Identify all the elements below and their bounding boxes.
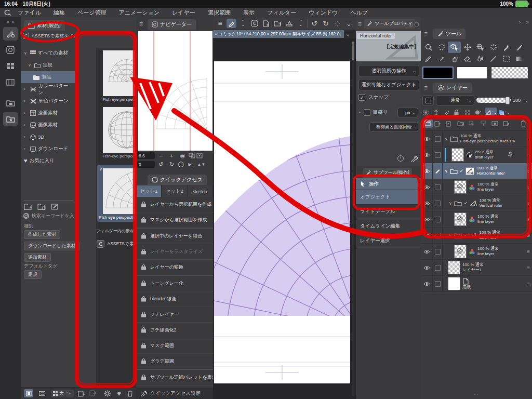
navigator-preview[interactable] bbox=[138, 31, 212, 151]
zoom-value-field[interactable]: 8.6 bbox=[137, 152, 155, 159]
transparent-color-swatch[interactable] bbox=[491, 66, 528, 79]
tree-item-manga-material[interactable]: › 漫画素材 bbox=[21, 107, 72, 119]
operation-tool-icon[interactable] bbox=[448, 42, 461, 53]
visibility-eye-icon[interactable] bbox=[421, 147, 433, 163]
type-filter-button[interactable]: 追加素材 bbox=[24, 253, 51, 262]
tree-item-all-materials[interactable]: ∨ すべての素材 bbox=[21, 47, 72, 59]
layer-thumbnail[interactable] bbox=[451, 148, 464, 162]
new-folder-icon[interactable] bbox=[24, 203, 32, 210]
menu-item[interactable]: ヘルプ bbox=[344, 9, 374, 17]
reference-layer-icon[interactable] bbox=[433, 109, 443, 116]
row-handle-icon[interactable]: ≡ bbox=[527, 217, 530, 222]
actual-size-icon[interactable] bbox=[189, 153, 195, 158]
sub-tool-item[interactable]: レイヤー選択 bbox=[356, 234, 421, 248]
tree-item-image-material[interactable]: › 画像素材 bbox=[21, 119, 72, 131]
canvas-page[interactable] bbox=[214, 61, 350, 383]
auto-select-wand-icon[interactable] bbox=[487, 42, 500, 53]
menu-item[interactable]: 選択範囲 bbox=[202, 9, 237, 17]
page-nav-icon[interactable]: ⌃⌄ bbox=[238, 19, 248, 28]
tree-item-color-pattern[interactable]: › カラーパターン bbox=[21, 83, 72, 95]
transparent-area-dropdown[interactable]: 透明箇所の操作⌄ bbox=[358, 65, 419, 76]
pencil-tool-icon[interactable] bbox=[422, 53, 435, 64]
menu-item[interactable]: フィルター bbox=[261, 9, 302, 17]
delete-layer-trash-icon[interactable] bbox=[521, 120, 530, 127]
pin-icon[interactable] bbox=[508, 152, 513, 158]
opacity-stepper-icon[interactable]: ⌃⌄ bbox=[523, 99, 528, 102]
layer-row-horizontal-ruler[interactable]: ∨ ✓ 100 % 通常Horizontal ruler ≡ bbox=[421, 163, 532, 179]
main-color-swatch[interactable] bbox=[422, 66, 454, 79]
quick-access-item[interactable]: フチレイヤー bbox=[136, 307, 213, 323]
rotate-canvas-tool-icon[interactable] bbox=[435, 42, 448, 53]
search-input[interactable]: 検索キーワードを入… bbox=[32, 212, 75, 219]
expand-setting-icon[interactable]: + bbox=[358, 110, 361, 115]
materials-tab[interactable]: 素材[製品] bbox=[24, 20, 65, 31]
quick-access-item[interactable]: グラデ範囲 bbox=[136, 354, 213, 370]
layer-checkbox[interactable] bbox=[433, 211, 443, 227]
scrollbar-thumb[interactable] bbox=[352, 42, 354, 60]
collapse-all-icon[interactable]: » bbox=[526, 19, 529, 25]
favorite-heart-icon[interactable]: ♥ bbox=[117, 390, 121, 397]
dock-timeline-icon[interactable] bbox=[3, 75, 18, 89]
new-folder-layer-icon[interactable] bbox=[457, 121, 467, 126]
dock-material-grid-icon[interactable] bbox=[3, 59, 18, 73]
sub-color-swatch[interactable] bbox=[457, 66, 488, 79]
selectable-object-dropdown[interactable]: 選択可能なオブジェクト⌄ bbox=[358, 79, 419, 90]
assets-search-link-top[interactable]: ASSETSで素材をさがす bbox=[23, 32, 75, 39]
collapse-bar-icon[interactable]: ⌄ bbox=[344, 19, 354, 28]
expand-dock-icon[interactable]: « bbox=[11, 19, 14, 24]
collapse-panel-icon[interactable]: › bbox=[519, 19, 521, 25]
type-filter-button[interactable]: 作成した素材 bbox=[24, 230, 60, 239]
new-raster-layer-icon[interactable] bbox=[434, 121, 444, 127]
gear-icon[interactable] bbox=[104, 390, 111, 397]
undo-icon[interactable]: ↺ bbox=[309, 19, 319, 28]
reset-rotation-icon[interactable] bbox=[178, 161, 184, 168]
layer-thumbnail[interactable] bbox=[454, 180, 467, 194]
transform-setting[interactable]: 制御点と拡縮回転⌃⌄ bbox=[358, 122, 418, 132]
layer-view-toggle-icon[interactable] bbox=[422, 119, 433, 128]
snap-setting[interactable]: ✓ スナップ bbox=[358, 94, 418, 101]
fit-to-screen-icon[interactable]: ◉ bbox=[178, 152, 188, 159]
quick-access-item[interactable]: フチ線画化2 bbox=[136, 323, 213, 338]
layer-row-fisheye-folder[interactable]: ∨ 100 % 通常Fish-eye perspective ruler 1/4… bbox=[421, 131, 532, 147]
layer-mask-icon[interactable] bbox=[491, 121, 501, 127]
visibility-eye-icon[interactable] bbox=[421, 211, 433, 227]
quick-access-item[interactable]: レイヤーから選択範囲を作成 bbox=[136, 197, 213, 212]
scale-checkbox[interactable] bbox=[364, 109, 370, 116]
sub-tool-tab[interactable]: サブツール[操作] bbox=[363, 168, 412, 178]
quick-access-item[interactable]: blender 線画 bbox=[136, 291, 213, 307]
panel-menu-icon[interactable]: ≡ bbox=[424, 85, 428, 91]
folder-expand-icon[interactable]: ∨ bbox=[445, 137, 448, 141]
visibility-eye-icon[interactable] bbox=[421, 228, 433, 243]
edit-material-icon[interactable] bbox=[51, 203, 59, 210]
tree-expand-icon[interactable]: ∨ bbox=[24, 51, 28, 56]
quick-access-item[interactable]: トーングレー化 bbox=[136, 276, 213, 291]
tree-item-3d[interactable]: › 3D bbox=[21, 131, 72, 143]
merge-down-icon[interactable] bbox=[480, 121, 490, 127]
reset-tool-icon[interactable] bbox=[397, 155, 404, 162]
menu-item[interactable]: 編集 bbox=[47, 9, 71, 17]
panel-resize-handle[interactable]: ⋯ bbox=[474, 392, 480, 397]
layer-thumbnail[interactable] bbox=[454, 245, 467, 258]
rotate-right-icon[interactable]: ↻ bbox=[167, 161, 177, 168]
layer-row-draft[interactable]: 25 % 通常draft layer ≡ bbox=[421, 147, 532, 163]
list-view-toggle[interactable] bbox=[37, 389, 47, 397]
zoom-out-icon[interactable]: − bbox=[156, 153, 166, 159]
layer-checkbox[interactable] bbox=[433, 131, 443, 147]
figure-tool-icon[interactable] bbox=[487, 53, 500, 64]
material-search[interactable]: 検索キーワードを入… bbox=[23, 212, 75, 219]
row-handle-icon[interactable]: ≡ bbox=[527, 281, 530, 287]
brush-tool-icon[interactable] bbox=[435, 53, 448, 64]
sub-tool-group-operation[interactable]: 操作 bbox=[356, 178, 421, 190]
layer-row-paper[interactable]: 用紙 ≡ bbox=[421, 276, 532, 292]
paste-material-icon[interactable] bbox=[78, 390, 85, 397]
visibility-eye-icon[interactable] bbox=[421, 163, 433, 179]
set-tab[interactable]: セット1 bbox=[136, 185, 162, 197]
pen-tool-icon[interactable] bbox=[513, 42, 526, 53]
tree-collapse-icon[interactable]: › bbox=[24, 111, 28, 115]
new-vector-layer-icon[interactable] bbox=[446, 121, 456, 127]
row-handle-icon[interactable]: ≡ bbox=[527, 233, 530, 238]
layer-checkbox[interactable] bbox=[433, 260, 443, 275]
tool-settings-wrench-icon[interactable] bbox=[410, 155, 418, 162]
dock-navigator-icon[interactable] bbox=[3, 43, 18, 57]
layer-checkbox[interactable] bbox=[433, 276, 443, 291]
